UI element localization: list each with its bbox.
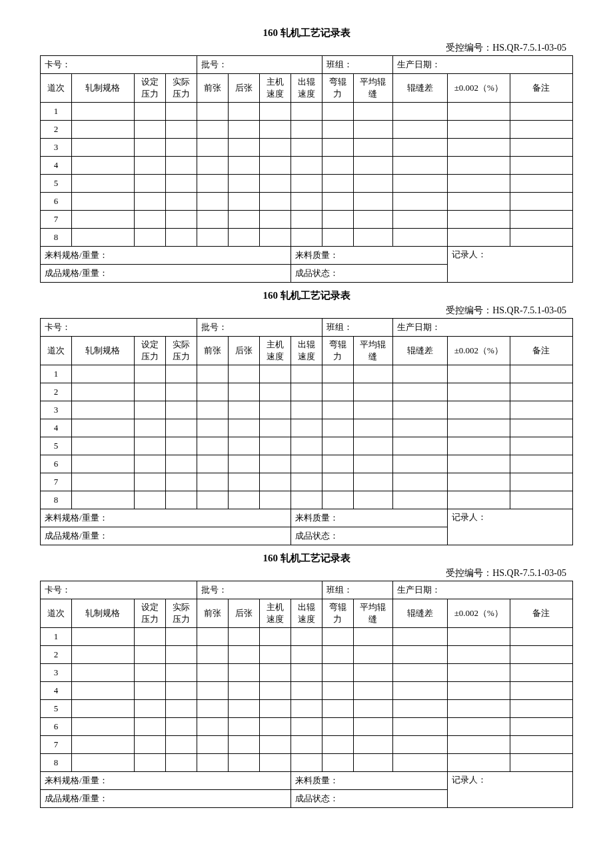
data-cell <box>71 365 134 383</box>
data-cell <box>291 121 322 139</box>
data-cell <box>353 736 392 754</box>
data-cell <box>197 754 228 772</box>
data-cell <box>197 157 228 175</box>
data-cell <box>291 646 322 664</box>
row-number: 4 <box>41 419 72 437</box>
data-cell <box>447 754 510 772</box>
data-cell <box>259 646 291 664</box>
data-cell <box>353 628 392 646</box>
row-number: 1 <box>41 365 72 383</box>
data-cell <box>510 491 572 509</box>
data-cell <box>71 455 134 473</box>
data-cell <box>134 419 165 437</box>
data-cell <box>71 682 134 700</box>
data-cell <box>353 473 392 491</box>
data-cell <box>71 419 134 437</box>
table-row: 2 <box>41 383 573 401</box>
data-cell <box>291 419 322 437</box>
data-cell <box>322 383 353 401</box>
data-cell <box>228 736 259 754</box>
data-cell <box>165 419 197 437</box>
table-row: 3 <box>41 664 573 682</box>
col-bend-force: 弯辊力 <box>322 337 353 365</box>
team-label: 班组： <box>322 56 392 74</box>
meta-row: 卡号：批号：班组：生产日期： <box>41 56 573 74</box>
data-cell <box>353 455 392 473</box>
data-cell <box>322 103 353 121</box>
data-cell <box>322 682 353 700</box>
data-cell <box>392 491 447 509</box>
data-cell <box>259 491 291 509</box>
data-cell <box>392 437 447 455</box>
recorder-label: 记录人： <box>447 509 572 545</box>
data-cell <box>134 718 165 736</box>
data-cell <box>447 211 510 229</box>
data-cell <box>134 646 165 664</box>
col-front-tension: 前张 <box>197 74 228 103</box>
data-cell <box>197 664 228 682</box>
batch-no-label: 批号： <box>197 319 322 337</box>
data-cell <box>392 628 447 646</box>
col-avg-gap: 平均辊缝 <box>353 74 392 103</box>
data-cell <box>291 736 322 754</box>
table-row: 8 <box>41 229 573 247</box>
table-row: 6 <box>41 718 573 736</box>
footer-row-1: 来料规格/重量：来料质量：记录人： <box>41 247 573 265</box>
data-cell <box>291 175 322 193</box>
data-cell <box>392 383 447 401</box>
data-cell <box>322 664 353 682</box>
data-cell <box>259 682 291 700</box>
data-cell <box>447 736 510 754</box>
col-back-tension: 后张 <box>228 337 259 365</box>
col-bend-force: 弯辊力 <box>322 74 353 103</box>
data-cell <box>353 718 392 736</box>
data-cell <box>353 383 392 401</box>
data-cell <box>134 437 165 455</box>
data-cell <box>353 700 392 718</box>
data-cell <box>447 700 510 718</box>
data-cell <box>165 628 197 646</box>
data-cell <box>197 491 228 509</box>
data-cell <box>322 473 353 491</box>
table-row: 7 <box>41 736 573 754</box>
col-out-speed: 出辊速度 <box>291 599 322 628</box>
data-cell <box>71 491 134 509</box>
data-cell <box>510 682 572 700</box>
data-cell <box>353 175 392 193</box>
col-pass: 道次 <box>41 74 72 103</box>
table-row: 1 <box>41 365 573 383</box>
data-cell <box>510 157 572 175</box>
data-cell <box>322 157 353 175</box>
row-number: 3 <box>41 401 72 419</box>
data-cell <box>510 103 572 121</box>
data-cell <box>259 437 291 455</box>
table-row: 1 <box>41 628 573 646</box>
incoming-spec-label: 来料规格/重量： <box>41 247 291 265</box>
data-cell <box>134 383 165 401</box>
col-gap-diff: 辊缝差 <box>392 74 447 103</box>
data-cell <box>165 491 197 509</box>
column-header-row: 道次轧制规格设定压力实际压力前张后张主机速度出辊速度弯辊力平均辊缝辊缝差±0.0… <box>41 599 573 628</box>
data-cell <box>197 383 228 401</box>
table-row: 3 <box>41 401 573 419</box>
data-cell <box>510 628 572 646</box>
data-cell <box>510 419 572 437</box>
data-cell <box>291 682 322 700</box>
data-cell <box>322 628 353 646</box>
data-cell <box>197 121 228 139</box>
data-cell <box>510 646 572 664</box>
data-cell <box>259 473 291 491</box>
data-cell <box>322 229 353 247</box>
row-number: 7 <box>41 211 72 229</box>
data-cell <box>510 754 572 772</box>
data-cell <box>510 175 572 193</box>
col-front-tension: 前张 <box>197 599 228 628</box>
col-set-pressure: 设定压力 <box>134 337 165 365</box>
data-cell <box>71 718 134 736</box>
data-cell <box>197 700 228 718</box>
data-cell <box>71 229 134 247</box>
col-avg-gap: 平均辊缝 <box>353 599 392 628</box>
table-row: 3 <box>41 139 573 157</box>
table-row: 4 <box>41 157 573 175</box>
data-cell <box>228 139 259 157</box>
